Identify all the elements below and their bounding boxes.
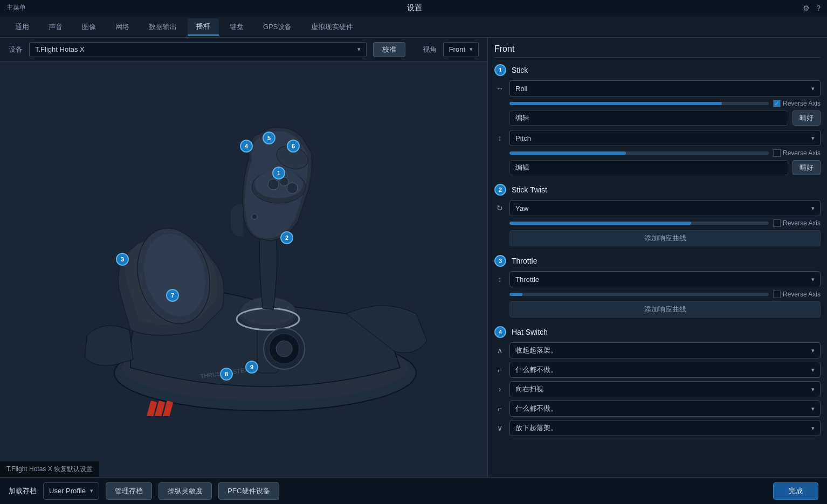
roll-progress-fill [509, 102, 722, 105]
marker-1[interactable]: 1 [272, 167, 285, 179]
view-title: Front [494, 44, 821, 58]
pitch-axis-row: ↕ Pitch ▾ [494, 130, 821, 146]
load-label: 加载存档 [9, 486, 37, 496]
manage-button[interactable]: 管理存档 [106, 482, 152, 500]
tab-joystick[interactable]: 摇杆 [188, 18, 219, 36]
pitch-select[interactable]: Pitch ▾ [509, 130, 821, 146]
yaw-action-row: 添加响应曲线 [494, 230, 821, 246]
view-select[interactable]: Front ▾ [443, 42, 479, 57]
marker-3[interactable]: 3 [116, 253, 129, 266]
roll-reverse-checkbox[interactable]: ✓ [773, 100, 781, 107]
pitch-ok-button[interactable]: 晴好 [792, 160, 821, 175]
right-panel: Front 1 Stick ↔ Roll ▾ ✓ R [488, 38, 827, 477]
marker-8[interactable]: 8 [220, 368, 233, 381]
hat-row-up: ∧ 收起起落架。 ▾ [494, 342, 821, 358]
marker-9[interactable]: 9 [245, 361, 258, 374]
hat-left-icon: ⌐ [494, 365, 505, 374]
hat-diag-select[interactable]: 什么都不做。 ▾ [509, 401, 821, 417]
pitch-progress-fill [509, 151, 626, 155]
throttle-progress-bar [509, 293, 769, 296]
yaw-add-curve-button[interactable]: 添加响应曲线 [509, 230, 821, 246]
throttle-axis-icon: ↕ [494, 275, 505, 284]
throttle-reverse-label: Reverse Axis [783, 291, 821, 298]
throttle-value: Throttle [515, 275, 539, 284]
tabs-bar: 通用 声音 图像 网络 数据输出 摇杆 键盘 GPS设备 虚拟现实硬件 [0, 16, 827, 38]
profile-chevron-icon: ▾ [90, 487, 93, 494]
profile-select[interactable]: User Profile ▾ [43, 482, 99, 500]
section-num-2: 2 [494, 184, 506, 196]
throttle-select[interactable]: Throttle ▾ [509, 271, 821, 287]
tab-network[interactable]: 网络 [107, 19, 138, 35]
hat-up-select[interactable]: 收起起落架。 ▾ [509, 342, 821, 358]
settings-icon[interactable]: ⚙ [803, 4, 810, 12]
pitch-reverse-checkbox[interactable] [773, 149, 781, 157]
hat-row-right: › 向右扫视 ▾ [494, 381, 821, 397]
hat-diag-icon: ⌐ [494, 404, 505, 413]
main-layout: 设备 T.Flight Hotas X ▾ 校准 视角 Front ▾ [0, 38, 827, 477]
hat-up-chevron-icon: ▾ [811, 347, 815, 354]
section-num-3: 3 [494, 255, 506, 267]
title-bar: 主菜单 设置 ⚙ ? [0, 0, 827, 16]
pitch-chevron-icon: ▾ [811, 135, 815, 142]
throttle-chevron-icon: ▾ [811, 276, 815, 283]
marker-4[interactable]: 4 [240, 140, 253, 153]
left-panel: 设备 T.Flight Hotas X ▾ 校准 视角 Front ▾ [0, 38, 488, 477]
main-menu-label[interactable]: 主菜单 [6, 3, 26, 12]
tab-general[interactable]: 通用 [6, 19, 38, 35]
yaw-progress-fill [509, 222, 691, 225]
tab-keyboard[interactable]: 键盘 [221, 19, 252, 35]
tab-dataout[interactable]: 数据输出 [140, 19, 185, 35]
tab-gps[interactable]: GPS设备 [254, 19, 300, 35]
roll-select[interactable]: Roll ▾ [509, 80, 821, 96]
yaw-chevron-icon: ▾ [811, 205, 815, 212]
roll-axis-icon: ↔ [494, 84, 505, 93]
roll-reverse-label: Reverse Axis [783, 100, 821, 107]
roll-edit-field[interactable]: 编辑 [509, 111, 788, 126]
yaw-select[interactable]: Yaw ▾ [509, 200, 821, 216]
marker-5[interactable]: 5 [263, 132, 275, 144]
pitch-value: Pitch [515, 134, 531, 142]
yaw-reverse-check[interactable]: Reverse Axis [773, 219, 821, 227]
calibrate-button[interactable]: 校准 [373, 42, 405, 57]
pfc-button[interactable]: PFC硬件设备 [218, 482, 279, 500]
marker-7[interactable]: 7 [166, 289, 179, 302]
view-chevron-icon: ▾ [470, 46, 473, 53]
yaw-progress-bar [509, 222, 769, 225]
hat-left-select[interactable]: 什么都不做。 ▾ [509, 362, 821, 378]
throttle-reverse-check[interactable]: Reverse Axis [773, 291, 821, 298]
view-label: 视角 [423, 45, 437, 54]
yaw-axis-row: ↻ Yaw ▾ [494, 200, 821, 216]
section-stick: 1 Stick ↔ Roll ▾ ✓ Reverse Axis [494, 64, 821, 175]
pitch-reverse-check[interactable]: Reverse Axis [773, 149, 821, 157]
hat-right-select[interactable]: 向右扫视 ▾ [509, 381, 821, 397]
roll-ok-button[interactable]: 晴好 [792, 111, 821, 126]
pitch-progress-bar [509, 151, 769, 155]
joystick-area: THRUSTMASTER 1 2 3 4 5 6 [0, 61, 487, 458]
throttle-axis-row: ↕ Throttle ▾ [494, 271, 821, 287]
restore-label[interactable]: T.Flight Hotas X 恢复默认设置 [0, 461, 99, 477]
hat-right-icon: › [494, 385, 505, 393]
section-title-twist: Stick Twist [512, 185, 547, 194]
tab-image[interactable]: 图像 [73, 19, 105, 35]
throttle-add-curve-button[interactable]: 添加响应曲线 [509, 301, 821, 317]
roll-reverse-check[interactable]: ✓ Reverse Axis [773, 100, 821, 107]
help-icon[interactable]: ? [816, 4, 821, 12]
svg-point-13 [268, 179, 279, 190]
hat-up-icon: ∧ [494, 346, 505, 355]
done-button[interactable]: 完成 [773, 482, 818, 500]
marker-6[interactable]: 6 [287, 140, 300, 153]
hat-down-value: 放下起落架。 [515, 423, 557, 433]
hat-left-chevron-icon: ▾ [811, 367, 815, 374]
tab-vr[interactable]: 虚拟现实硬件 [302, 19, 362, 35]
footer: 加载存档 User Profile ▾ 管理存档 操纵灵敏度 PFC硬件设备 完… [0, 477, 827, 504]
device-select[interactable]: T.Flight Hotas X ▾ [29, 42, 367, 57]
pitch-edit-field[interactable]: 编辑 [509, 160, 788, 175]
hat-down-select[interactable]: 放下起落架。 ▾ [509, 420, 821, 436]
marker-2[interactable]: 2 [280, 231, 293, 244]
sensitivity-button[interactable]: 操纵灵敏度 [158, 482, 212, 500]
roll-action-row: 编辑 晴好 [494, 111, 821, 126]
tab-audio[interactable]: 声音 [40, 19, 71, 35]
yaw-reverse-checkbox[interactable] [773, 219, 781, 227]
yaw-axis-icon: ↻ [494, 204, 505, 212]
throttle-reverse-checkbox[interactable] [773, 291, 781, 298]
